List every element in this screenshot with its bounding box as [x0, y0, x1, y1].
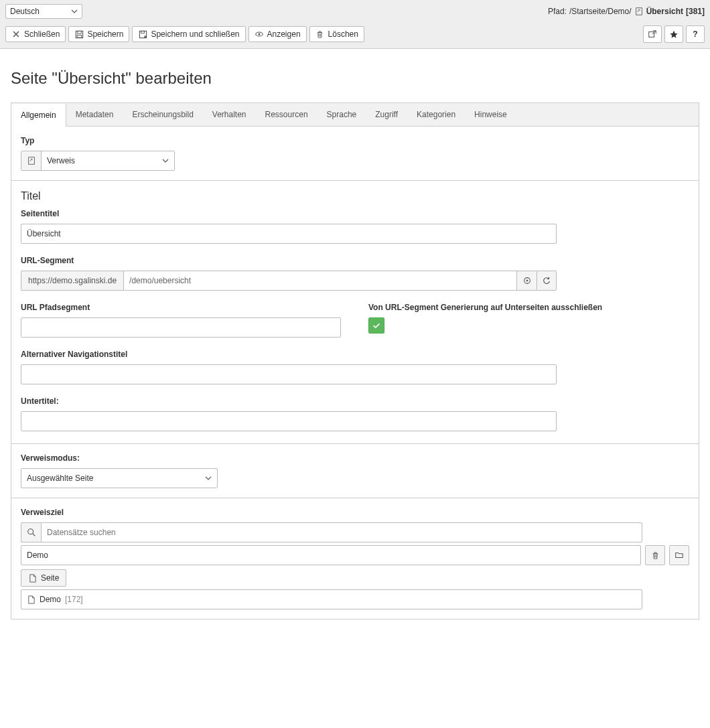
trash-icon	[651, 551, 660, 560]
link-page-icon	[21, 151, 42, 170]
eye-icon	[255, 29, 264, 39]
tab-notes[interactable]: Hinweise	[465, 103, 516, 126]
close-button[interactable]: Schließen	[5, 26, 66, 42]
tabs: Allgemein Metadaten Erscheinungsbild Ver…	[11, 102, 699, 126]
svg-rect-8	[649, 32, 654, 38]
record-id: [172]	[65, 595, 83, 604]
help-icon: ?	[693, 29, 697, 39]
subtitle-label: Untertitel:	[21, 396, 689, 406]
type-label: Typ	[21, 136, 689, 145]
nav-title-input[interactable]	[21, 364, 557, 384]
title-heading: Titel	[21, 190, 689, 202]
page-icon	[28, 574, 37, 583]
breadcrumb: Pfad: /Startseite/Demo/ Übersicht [381]	[548, 7, 705, 16]
ref-mode-select[interactable]: Ausgewählte Seite	[21, 468, 218, 488]
path-value: /Startseite/Demo/	[569, 7, 632, 16]
trash-icon	[315, 29, 325, 39]
type-select-text: Verweis	[42, 156, 174, 165]
url-path-label: URL Pfadsegment	[21, 303, 342, 312]
exclude-label: Von URL-Segment Generierung auf Untersei…	[368, 303, 689, 312]
open-new-button[interactable]	[643, 25, 662, 43]
link-lock-icon	[522, 276, 532, 285]
page-title-label: Seitentitel	[21, 209, 689, 218]
path-id: [381]	[686, 7, 705, 16]
search-icon	[21, 522, 41, 542]
external-link-icon	[648, 29, 657, 39]
ref-target-label: Verweisziel	[21, 508, 689, 517]
save-close-button[interactable]: Speichern und schließen	[132, 26, 245, 42]
language-select[interactable]: Deutsch	[5, 4, 82, 19]
svg-rect-9	[28, 157, 34, 165]
tab-metadata[interactable]: Metadaten	[66, 103, 123, 126]
page-icon	[27, 595, 36, 604]
record-item[interactable]: Demo [172]	[21, 589, 642, 609]
bookmark-button[interactable]	[664, 25, 683, 43]
page-icon	[634, 7, 644, 16]
view-button[interactable]: Anzeigen	[248, 26, 307, 42]
tab-access[interactable]: Zugriff	[366, 103, 407, 126]
url-segment-label: URL-Segment	[21, 256, 689, 265]
nav-title-label: Alternativer Navigationstitel	[21, 350, 689, 359]
save-button[interactable]: Speichern	[68, 26, 129, 42]
save-icon	[74, 29, 84, 39]
svg-point-11	[27, 529, 33, 534]
refresh-icon	[542, 276, 551, 285]
browse-record-button[interactable]	[669, 545, 689, 565]
url-segment-input[interactable]: /demo/uebersicht	[123, 271, 516, 291]
url-refresh-button[interactable]	[537, 271, 557, 291]
folder-icon	[674, 551, 684, 560]
tab-resources[interactable]: Ressourcen	[256, 103, 317, 126]
record-search-input[interactable]	[41, 522, 642, 542]
svg-rect-3	[77, 35, 82, 38]
svg-rect-2	[78, 31, 82, 33]
chevron-down-icon	[71, 8, 78, 15]
svg-point-7	[258, 33, 260, 35]
chevron-down-icon	[205, 475, 212, 482]
check-icon	[372, 321, 381, 330]
record-name: Demo	[40, 595, 61, 604]
url-path-input[interactable]	[21, 317, 341, 338]
tab-general[interactable]: Allgemein	[11, 104, 66, 127]
selected-record-input[interactable]: Demo	[21, 545, 641, 565]
exclude-checkbox[interactable]	[368, 317, 384, 334]
page-browser-button[interactable]: Seite	[21, 569, 66, 587]
tab-behaviour[interactable]: Verhalten	[203, 103, 256, 126]
tab-categories[interactable]: Kategorien	[407, 103, 465, 126]
chevron-down-icon	[162, 157, 169, 164]
svg-rect-0	[636, 8, 642, 15]
close-icon	[11, 29, 21, 39]
path-label: Pfad:	[548, 7, 567, 16]
delete-button[interactable]: Löschen	[309, 26, 364, 42]
remove-record-button[interactable]	[645, 545, 665, 565]
tab-language[interactable]: Sprache	[317, 103, 366, 126]
star-icon	[669, 29, 679, 39]
page-title: Seite "Übersicht" bearbeiten	[11, 69, 699, 88]
save-close-icon	[138, 29, 147, 39]
ref-mode-select-text: Ausgewählte Seite	[27, 474, 93, 483]
type-select[interactable]: Verweis	[21, 151, 175, 171]
help-button[interactable]: ?	[686, 25, 705, 43]
subtitle-input[interactable]	[21, 411, 557, 431]
ref-mode-label: Verweismodus:	[21, 453, 689, 463]
language-select-text: Deutsch	[10, 7, 40, 16]
page-title-input[interactable]	[21, 224, 557, 244]
url-lock-button[interactable]	[516, 271, 537, 291]
tab-appearance[interactable]: Erscheinungsbild	[123, 103, 202, 126]
url-prefix: https://demo.sgalinski.de	[21, 271, 123, 291]
path-current: Übersicht	[646, 7, 683, 16]
